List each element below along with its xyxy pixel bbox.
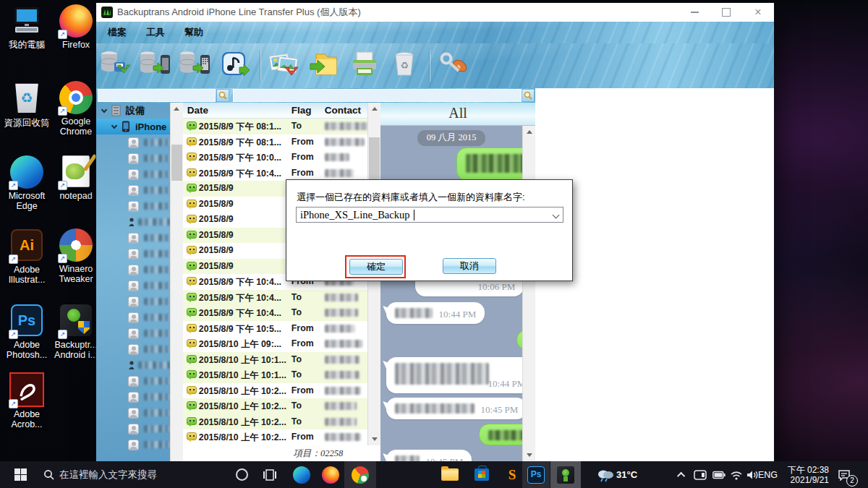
scroll-down-icon[interactable] [523,450,535,461]
minimize-button[interactable] [678,4,710,21]
notification-center-button[interactable]: 2 [833,461,855,488]
cancel-button[interactable]: 取消 [443,258,496,274]
contact-search-input[interactable] [98,89,216,102]
tray-expand-button[interactable] [674,461,690,488]
toolbar-export-photos-button[interactable] [267,48,303,84]
tree-contact-item[interactable] [96,166,170,182]
scrollbar-thumb[interactable] [369,137,380,185]
table-row[interactable]: 2015/8/10 上午 10:2...From [183,429,367,445]
tree-contact-item[interactable] [96,262,170,278]
table-row[interactable]: 2015/8/10 上午 09:...From [183,336,367,352]
desktop-icon-backuptrans-android[interactable]: ↗Backuptr... Android i... [52,304,100,361]
toolbar-transfer-db-to-android-button[interactable] [137,48,174,84]
taskbar-search-icon[interactable] [41,461,58,488]
tree-contact-item[interactable] [96,341,170,357]
table-row[interactable]: 2015/8/10 上午 10:1...To [183,352,367,368]
scroll-up-icon[interactable] [171,103,183,114]
task-view-button[interactable] [258,461,282,488]
taskbar-clock[interactable]: 下午 02:38 2021/9/21 [783,461,829,488]
taskbar-edge[interactable] [288,461,315,488]
toolbar-print-button[interactable] [346,48,383,84]
your-phone-icon[interactable] [692,461,709,488]
desktop-icon-google-chrome[interactable]: ↗Google Chrome [52,81,100,137]
cortana-button[interactable] [230,461,253,488]
tree-contact-item[interactable] [96,325,170,341]
table-row[interactable]: 2015/8/9 下午 10:4...From [183,166,367,181]
desktop-icon-winaero-tweaker[interactable]: ↗Winaero Tweaker [52,228,100,285]
table-row[interactable]: 2015/8/9 下午 10:5...From [183,321,367,337]
taskbar-firefox[interactable] [317,461,344,488]
database-name-combobox[interactable]: iPhone_XS_Line_Backup [296,207,563,223]
tree-contact-item[interactable] [96,437,170,453]
tree-contact-item[interactable] [96,214,170,230]
taskbar-search-box[interactable]: 在這裡輸入文字來搜尋 [59,461,157,488]
table-row[interactable]: 2015/8/10 上午 10:2...From [183,383,367,399]
toolbar-export-files-button[interactable] [307,48,343,84]
tree-scrollbar[interactable] [170,103,183,461]
chevron-down-icon[interactable] [111,123,117,129]
ok-button[interactable]: 確定 [349,259,403,275]
desktop-icon-microsoft-edge[interactable]: ↗Microsoft Edge [3,155,51,212]
tree-contact-item[interactable] [96,373,170,389]
table-row[interactable]: 2015/8/9 下午 08:1...To [183,119,367,134]
tree-contact-item[interactable] [96,278,170,294]
table-row[interactable]: 2015/8/10 上午 10:1...To [183,367,367,383]
tree-contact-item[interactable] [96,405,170,421]
temperature[interactable]: 31°C [616,461,637,488]
wifi-icon[interactable] [728,461,745,488]
toolbar-save-database-button[interactable] [98,48,134,84]
table-row[interactable]: 2015/8/9 下午 10:4...To [183,305,367,321]
taskbar-store[interactable] [467,461,496,488]
table-row[interactable]: 2015/8/9 下午 10:0...From [183,150,367,166]
tree-contact-item[interactable] [96,230,170,246]
chevron-down-icon[interactable] [553,212,560,219]
toolbar-register-key-button[interactable] [436,48,472,84]
toolbar-delete-button[interactable]: ♻ [386,48,422,84]
tree-contact-item[interactable] [96,246,170,262]
contact-search-button[interactable] [216,89,229,102]
tree-contact-item[interactable] [96,182,170,198]
desktop-icon-firefox[interactable]: ↗Firefox [52,4,100,50]
desktop-icon-notepad[interactable]: ↗notepad [52,155,100,201]
tree-contact-item[interactable] [96,198,170,214]
desktop-icon-my-computer[interactable]: 我的電腦 [3,4,51,50]
chat-scrollbar[interactable] [522,126,535,461]
tree-contact-item[interactable] [96,294,170,309]
scroll-up-icon[interactable] [523,126,535,137]
taskbar-file-explorer[interactable] [435,461,464,488]
message-search-input[interactable] [233,89,522,102]
tree-root-devices[interactable]: 設備 [96,103,170,119]
weather-icon[interactable] [595,461,616,488]
tree-contact-item[interactable] [96,357,170,373]
column-header-contact[interactable]: Contact [325,103,361,119]
taskbar-backuptrans[interactable] [551,461,580,488]
table-row[interactable]: 2015/8/9 下午 10:4...To [183,290,367,306]
desktop-icon-adobe-acrobat[interactable]: ↗Adobe Acrob... [3,373,51,430]
start-button[interactable] [6,461,35,488]
table-row[interactable]: 2015/8/9 下午 08:1...From [183,134,367,150]
taskbar-chrome[interactable] [344,461,376,488]
menu-tools[interactable]: 工具 [146,26,165,39]
tree-contact-item[interactable] [96,389,170,405]
toolbar-transfer-db-to-iphone-button[interactable] [177,48,213,84]
menu-help[interactable]: 幫助 [184,26,203,39]
taskbar-sublime[interactable]: S [499,461,525,488]
column-header-date[interactable]: Date [187,103,208,119]
chevron-down-icon[interactable] [101,107,107,113]
message-search-button[interactable] [522,89,535,102]
scrollbar-thumb[interactable] [171,145,182,181]
toolbar-export-media-button[interactable] [217,48,253,84]
tree-contact-item[interactable] [96,421,170,437]
taskbar-photoshop[interactable]: Ps [522,461,550,488]
column-header-flag[interactable]: Flag [292,103,312,119]
tree-item-iphone[interactable]: iPhone [96,119,170,134]
maximize-button[interactable] [710,4,742,21]
scroll-down-icon[interactable] [368,434,380,445]
close-button[interactable]: × [742,4,774,21]
desktop-icon-adobe-photoshop[interactable]: Ps↗Adobe Photosh... [3,304,51,361]
table-row[interactable]: 2015/8/10 上午 10:2...To [183,414,367,430]
desktop-icon-adobe-illustrator[interactable]: Ai↗Adobe Illustrat... [3,228,51,286]
desktop-icon-recycle-bin[interactable]: ♻資源回收筒 [3,81,51,128]
tree-contact-item[interactable] [96,309,170,325]
tree-contact-item[interactable] [96,134,170,150]
